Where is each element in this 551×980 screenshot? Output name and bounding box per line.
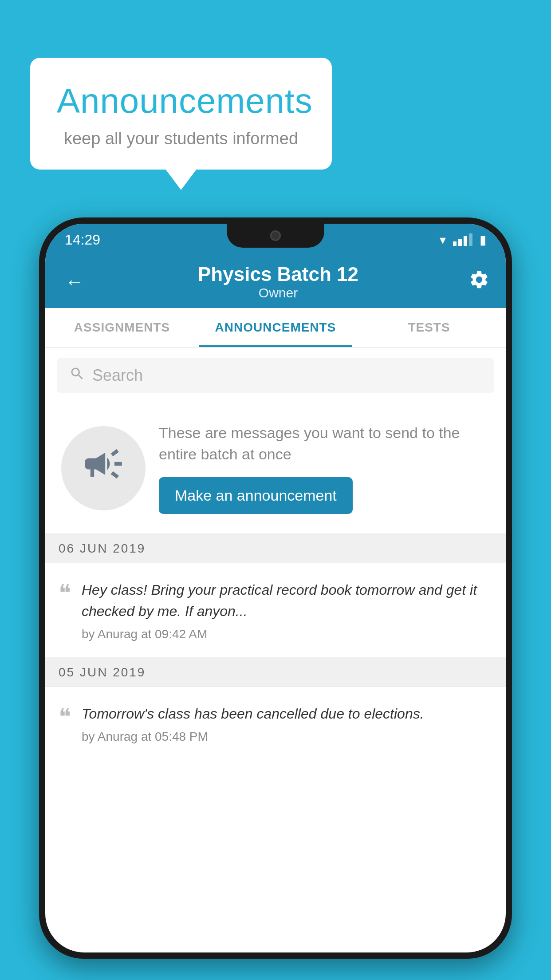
phone-screen-container: 14:29 ▾ ▮ ← Physics Batch 12 Owner: [45, 224, 506, 952]
quote-icon-wrap-1: ❝: [59, 579, 71, 641]
app-bar: ← Physics Batch 12 Owner: [45, 256, 506, 308]
announcement-item-2: ❝ Tomorrow's class has been cancelled du…: [45, 687, 506, 760]
quote-icon-wrap-2: ❝: [59, 703, 71, 744]
app-bar-title: Physics Batch 12: [97, 263, 460, 285]
announcement-item-1: ❝ Hey class! Bring your practical record…: [45, 563, 506, 658]
back-button[interactable]: ←: [61, 267, 88, 296]
settings-button[interactable]: [468, 269, 490, 295]
app-bar-subtitle: Owner: [97, 285, 460, 300]
empty-state-content: These are messages you want to send to t…: [159, 423, 490, 514]
empty-state-description: These are messages you want to send to t…: [159, 423, 490, 465]
search-bar-wrapper: Search: [45, 348, 506, 403]
announcement-text-1: Hey class! Bring your practical record b…: [82, 579, 492, 622]
quote-icon-1: ❝: [59, 581, 71, 606]
phone-outer-frame: 14:29 ▾ ▮ ← Physics Batch 12 Owner: [39, 217, 512, 959]
tabs-bar: ASSIGNMENTS ANNOUNCEMENTS TESTS: [45, 308, 506, 348]
make-announcement-button[interactable]: Make an announcement: [159, 477, 353, 514]
tab-assignments[interactable]: ASSIGNMENTS: [45, 308, 199, 347]
speech-bubble-subtitle: keep all your students informed: [57, 129, 305, 148]
signal-bars-icon: [453, 233, 472, 246]
announcement-content-1: Hey class! Bring your practical record b…: [82, 579, 492, 641]
wifi-icon: ▾: [440, 233, 446, 247]
speech-bubble-title: Announcements: [57, 81, 305, 121]
app-bar-center: Physics Batch 12 Owner: [97, 263, 460, 300]
announcement-content-2: Tomorrow's class has been cancelled due …: [82, 703, 492, 744]
status-icons: ▾ ▮: [440, 233, 486, 247]
quote-icon-2: ❝: [59, 704, 71, 730]
announcement-icon-circle: [61, 426, 146, 510]
announcement-text-2: Tomorrow's class has been cancelled due …: [82, 703, 492, 724]
phone-device: 14:29 ▾ ▮ ← Physics Batch 12 Owner: [39, 217, 512, 959]
speech-bubble-container: Announcements keep all your students inf…: [30, 58, 332, 170]
megaphone-icon: [81, 442, 126, 495]
search-placeholder: Search: [92, 366, 143, 385]
date-separator-2: 05 JUN 2019: [45, 658, 506, 687]
announcement-meta-2: by Anurag at 05:48 PM: [82, 730, 492, 744]
empty-state: These are messages you want to send to t…: [45, 403, 506, 534]
tab-tests[interactable]: TESTS: [352, 308, 506, 347]
date-separator-1: 06 JUN 2019: [45, 534, 506, 563]
search-bar[interactable]: Search: [57, 358, 494, 393]
camera-dot: [270, 230, 281, 241]
battery-icon: ▮: [480, 233, 486, 247]
status-time: 14:29: [65, 232, 100, 248]
speech-bubble: Announcements keep all your students inf…: [30, 58, 332, 170]
phone-notch: [227, 224, 324, 248]
announcement-meta-1: by Anurag at 09:42 AM: [82, 627, 492, 641]
tab-announcements[interactable]: ANNOUNCEMENTS: [199, 308, 352, 347]
search-icon: [69, 366, 85, 386]
